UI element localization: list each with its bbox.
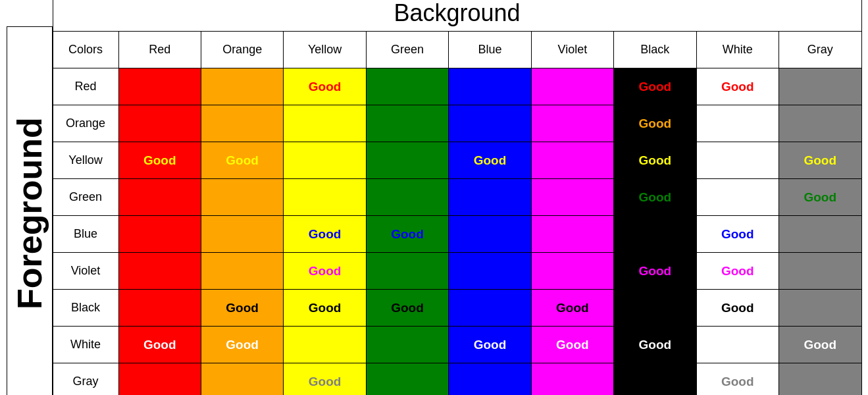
cell-violet-red [118,253,201,290]
cell-blue-violet [531,216,613,253]
cell-gray-violet [531,363,613,396]
cell-blue-blue [449,216,531,253]
cell-blue-orange [201,216,283,253]
cell-red-orange [201,68,283,105]
cell-red-black: Good [614,68,696,105]
cell-orange-red [118,105,201,142]
cell-orange-violet [531,105,613,142]
cell-violet-black: Good [614,253,696,290]
table-row: OrangeGood [53,105,861,142]
row-label-red: Red [53,68,118,105]
main-container: Foreground Background ColorsRedOrangeYel… [7,0,862,395]
cell-black-orange: Good [201,290,283,327]
cell-yellow-orange: Good [201,142,283,179]
cell-green-orange [201,179,283,216]
row-label-yellow: Yellow [53,142,118,179]
column-header-yellow: Yellow [284,32,366,68]
cell-violet-orange [201,253,283,290]
cell-red-red [118,68,201,105]
cell-white-blue: Good [449,327,531,363]
cell-gray-blue [449,363,531,396]
cell-blue-green: Good [366,216,448,253]
row-label-black: Black [53,290,118,327]
cell-gray-yellow: Good [284,363,366,396]
cell-black-violet: Good [531,290,613,327]
cell-black-yellow: Good [284,290,366,327]
cell-yellow-violet [531,142,613,179]
cell-green-violet [531,179,613,216]
table-row: YellowGoodGoodGoodGoodGood [53,142,861,179]
cell-green-yellow [284,179,366,216]
cell-white-red: Good [118,327,201,363]
row-label-orange: Orange [53,105,118,142]
cell-black-red [118,290,201,327]
cell-blue-white: Good [696,216,779,253]
table-row: VioletGoodGoodGood [53,253,861,290]
row-label-white: White [53,327,118,363]
right-section: Background ColorsRedOrangeYellowGreenBlu… [53,0,862,395]
cell-black-white: Good [696,290,779,327]
table-row: BlueGoodGoodGood [53,216,861,253]
cell-white-violet: Good [531,327,613,363]
table-row: GreenGoodGood [53,179,861,216]
cell-orange-white [696,105,779,142]
cell-red-white: Good [696,68,779,105]
column-header-white: White [696,32,779,68]
cell-yellow-black: Good [614,142,696,179]
color-table: ColorsRedOrangeYellowGreenBlueVioletBlac… [53,31,862,395]
cell-gray-orange [201,363,283,396]
cell-blue-yellow: Good [284,216,366,253]
column-header-blue: Blue [449,32,531,68]
cell-blue-gray [779,216,862,253]
table-row: BlackGoodGoodGoodGoodGood [53,290,861,327]
cell-yellow-blue: Good [449,142,531,179]
cell-green-red [118,179,201,216]
cell-gray-gray [779,363,862,396]
cell-red-gray [779,68,862,105]
row-label-violet: Violet [53,253,118,290]
column-header-violet: Violet [531,32,613,68]
cell-green-green [366,179,448,216]
cell-white-black: Good [614,327,696,363]
cell-gray-black [614,363,696,396]
cell-green-white [696,179,779,216]
cell-yellow-red: Good [118,142,201,179]
table-body: RedGoodGoodGoodOrangeGoodYellowGoodGoodG… [53,68,861,396]
cell-blue-black [614,216,696,253]
cell-green-black: Good [614,179,696,216]
cell-white-orange: Good [201,327,283,363]
column-header-orange: Orange [201,32,283,68]
column-header-gray: Gray [779,32,862,68]
cell-red-green [366,68,448,105]
cell-violet-blue [449,253,531,290]
cell-gray-green [366,363,448,396]
cell-orange-black: Good [614,105,696,142]
foreground-label: Foreground [7,26,53,395]
cell-black-green: Good [366,290,448,327]
cell-violet-violet [531,253,613,290]
cell-black-blue [449,290,531,327]
cell-orange-yellow [284,105,366,142]
cell-white-green [366,327,448,363]
cell-violet-gray [779,253,862,290]
cell-yellow-green [366,142,448,179]
table-row: GrayGoodGood [53,363,861,396]
column-header-colors: Colors [53,32,118,68]
cell-blue-red [118,216,201,253]
cell-violet-white: Good [696,253,779,290]
cell-orange-green [366,105,448,142]
cell-white-gray: Good [779,327,862,363]
cell-white-white [696,327,779,363]
cell-green-gray: Good [779,179,862,216]
cell-gray-red [118,363,201,396]
cell-orange-orange [201,105,283,142]
table-row: RedGoodGoodGood [53,68,861,105]
column-header-green: Green [366,32,448,68]
background-header: Background [53,0,862,31]
column-header-red: Red [118,32,201,68]
cell-orange-gray [779,105,862,142]
cell-violet-yellow: Good [284,253,366,290]
column-header-black: Black [614,32,696,68]
cell-gray-white: Good [696,363,779,396]
cell-yellow-white [696,142,779,179]
